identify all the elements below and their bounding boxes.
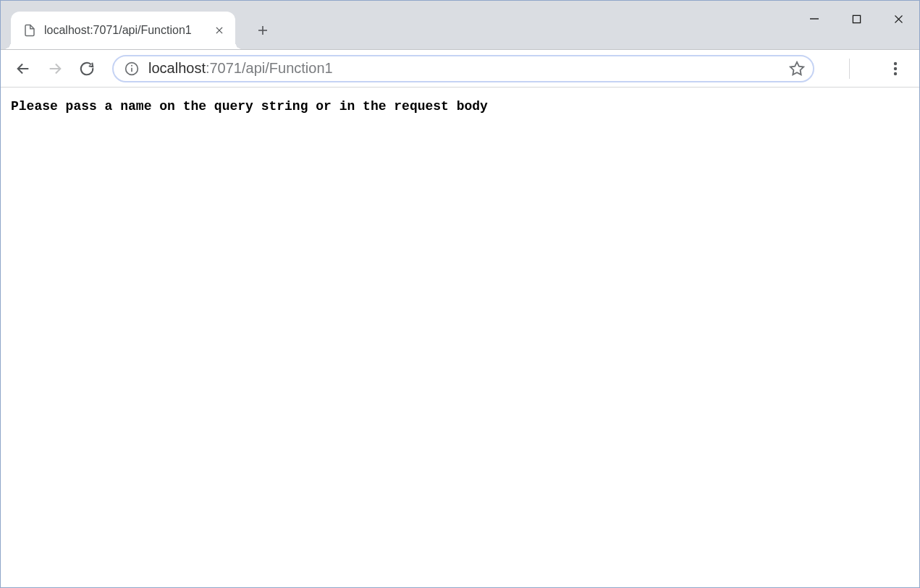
browser-tab[interactable]: localhost:7071/api/Function1 <box>11 12 235 49</box>
svg-point-15 <box>894 67 897 69</box>
close-tab-button[interactable] <box>212 23 227 38</box>
info-icon <box>125 61 139 76</box>
url-host: localhost <box>148 60 206 76</box>
document-icon <box>22 23 37 38</box>
svg-rect-5 <box>853 15 860 22</box>
svg-point-14 <box>894 61 897 64</box>
response-body-text: Please pass a name on the query string o… <box>11 99 909 114</box>
svg-marker-13 <box>790 61 803 74</box>
titlebar: localhost:7071/api/Function1 <box>1 1 919 50</box>
forward-button <box>41 55 69 82</box>
reload-button[interactable] <box>73 55 101 82</box>
address-bar[interactable]: localhost:7071/api/Function1 <box>112 55 814 82</box>
toolbar-separator <box>849 59 850 79</box>
minimize-button[interactable] <box>793 1 835 37</box>
browser-menu-button[interactable] <box>880 54 911 84</box>
plus-icon <box>256 24 269 37</box>
minimize-icon <box>809 14 819 24</box>
svg-point-12 <box>131 64 132 66</box>
arrow-left-icon <box>15 61 31 77</box>
maximize-button[interactable] <box>835 1 877 37</box>
kebab-menu-icon <box>893 61 898 76</box>
close-window-button[interactable] <box>877 1 919 37</box>
window-controls <box>793 1 919 37</box>
close-icon <box>893 14 904 25</box>
svg-point-16 <box>894 72 897 74</box>
page-content: Please pass a name on the query string o… <box>1 88 919 587</box>
bookmark-button[interactable] <box>788 60 806 77</box>
tab-title: localhost:7071/api/Function1 <box>44 24 205 37</box>
url-text: localhost:7071/api/Function1 <box>148 60 788 77</box>
back-button[interactable] <box>9 55 37 82</box>
new-tab-button[interactable] <box>250 17 276 43</box>
star-icon <box>789 61 805 77</box>
toolbar: localhost:7071/api/Function1 <box>1 50 919 88</box>
url-path: :7071/api/Function1 <box>206 60 333 76</box>
site-info-button[interactable] <box>124 61 140 77</box>
maximize-icon <box>852 14 861 24</box>
arrow-right-icon <box>47 61 63 77</box>
reload-icon <box>79 61 95 77</box>
close-icon <box>214 25 224 35</box>
tabs-row: localhost:7071/api/Function1 <box>1 1 793 49</box>
